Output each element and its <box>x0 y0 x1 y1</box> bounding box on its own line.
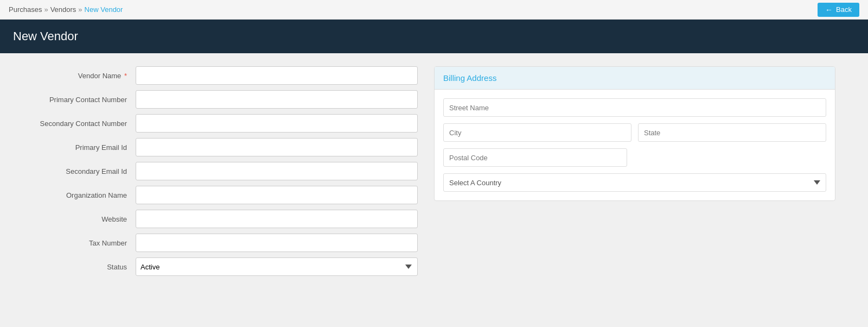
billing-header: Billing Address <box>435 67 835 90</box>
status-label: Status <box>16 263 136 271</box>
city-input[interactable] <box>443 123 631 142</box>
page-header: New Vendor <box>0 20 868 53</box>
primary-contact-input[interactable] <box>136 90 418 109</box>
top-bar: Purchases » Vendors » New Vendor ← Back <box>0 0 868 20</box>
secondary-contact-label: Secondary Contact Number <box>16 120 136 128</box>
primary-contact-row: Primary Contact Number <box>16 90 418 109</box>
city-state-row <box>443 123 826 142</box>
website-label: Website <box>16 215 136 223</box>
secondary-email-row: Secondary Email Id <box>16 162 418 180</box>
back-arrow-icon: ← <box>825 5 833 14</box>
tax-number-input[interactable] <box>136 234 418 252</box>
back-button[interactable]: ← Back <box>818 3 859 17</box>
secondary-contact-row: Secondary Contact Number <box>16 114 418 133</box>
secondary-email-label: Secondary Email Id <box>16 167 136 175</box>
breadcrumb-current: New Vendor <box>85 5 123 14</box>
breadcrumb-separator-2: » <box>78 5 82 14</box>
primary-contact-label: Primary Contact Number <box>16 96 136 104</box>
billing-body: Select A Country United States United Ki… <box>435 90 835 200</box>
vendor-name-label: Vendor Name * <box>16 72 136 80</box>
secondary-email-input[interactable] <box>136 162 418 180</box>
website-input[interactable] <box>136 210 418 228</box>
vendor-form: Vendor Name * Primary Contact Number Sec… <box>16 66 418 302</box>
tax-number-row: Tax Number <box>16 234 418 252</box>
main-content: Vendor Name * Primary Contact Number Sec… <box>0 53 868 315</box>
tax-number-label: Tax Number <box>16 239 136 247</box>
primary-email-row: Primary Email Id <box>16 138 418 156</box>
billing-title: Billing Address <box>443 73 496 83</box>
vendor-name-input[interactable] <box>136 66 418 85</box>
org-name-row: Organization Name <box>16 186 418 204</box>
billing-card: Billing Address Select A Country United … <box>434 66 835 201</box>
breadcrumb: Purchases » Vendors » New Vendor <box>9 5 123 14</box>
org-name-input[interactable] <box>136 186 418 204</box>
country-select-wrapper: Select A Country United States United Ki… <box>443 173 826 192</box>
breadcrumb-purchases[interactable]: Purchases <box>9 5 42 14</box>
primary-email-input[interactable] <box>136 138 418 156</box>
street-name-input[interactable] <box>443 98 826 117</box>
primary-email-label: Primary Email Id <box>16 143 136 152</box>
state-input[interactable] <box>638 123 826 142</box>
breadcrumb-separator-1: » <box>44 5 48 14</box>
secondary-contact-input[interactable] <box>136 114 418 133</box>
vendor-name-row: Vendor Name * <box>16 66 418 85</box>
breadcrumb-vendors[interactable]: Vendors <box>50 5 76 14</box>
website-row: Website <box>16 210 418 228</box>
country-select[interactable]: Select A Country United States United Ki… <box>443 173 826 192</box>
required-indicator: * <box>122 72 127 80</box>
billing-section: Billing Address Select A Country United … <box>434 66 835 302</box>
org-name-label: Organization Name <box>16 191 136 199</box>
status-row: Status Active Inactive <box>16 257 418 276</box>
postal-code-input[interactable] <box>443 148 627 167</box>
status-select[interactable]: Active Inactive <box>136 257 418 276</box>
page-title: New Vendor <box>13 29 78 43</box>
back-button-label: Back <box>836 5 852 14</box>
